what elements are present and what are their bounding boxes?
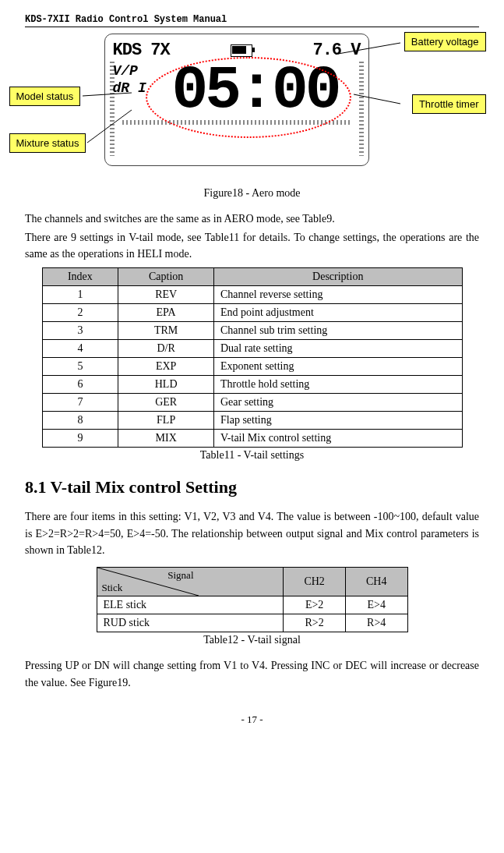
section-8-1-title: 8.1 V-tail Mix control Setting bbox=[25, 477, 479, 497]
table-cell: V-tail Mix control setting bbox=[214, 430, 463, 448]
table-cell: REV bbox=[118, 286, 214, 304]
table11: IndexCaptionDescription 1REVChannel reve… bbox=[42, 267, 463, 448]
table-cell: 3 bbox=[42, 322, 118, 340]
table-cell: HLD bbox=[118, 376, 214, 394]
table-cell: 2 bbox=[42, 304, 118, 322]
table-cell: Flap setting bbox=[214, 412, 463, 430]
table-cell: R>4 bbox=[345, 614, 407, 632]
table12: Signal Stick CH2 CH4 ELE stickE>2E>4RUD … bbox=[97, 567, 408, 632]
para-updn: Pressing UP or DN will change setting fr… bbox=[25, 657, 479, 691]
t11-header: Index bbox=[42, 268, 118, 286]
table-cell: EPA bbox=[118, 304, 214, 322]
t12-col-ch4: CH4 bbox=[345, 568, 407, 596]
table-cell: End point adjustment bbox=[214, 304, 463, 322]
diag-stick: Stick bbox=[102, 582, 123, 594]
table-row: RUD stickR>2R>4 bbox=[97, 614, 407, 632]
table-cell: FLP bbox=[118, 412, 214, 430]
page-header: KDS-7XII Radio Control System Manual bbox=[25, 14, 479, 27]
table-row: 2EPAEnd point adjustment bbox=[42, 304, 462, 322]
para-vtail-items: There are four items in this setting: V1… bbox=[25, 508, 479, 559]
table-cell: 4 bbox=[42, 340, 118, 358]
table-cell: GER bbox=[118, 394, 214, 412]
table-row: 8FLPFlap setting bbox=[42, 412, 462, 430]
table-cell: ELE stick bbox=[97, 596, 284, 614]
table-cell: 8 bbox=[42, 412, 118, 430]
table-cell: 1 bbox=[42, 286, 118, 304]
t11-header: Caption bbox=[118, 268, 214, 286]
diag-signal: Signal bbox=[167, 569, 193, 582]
table-cell: Channel reverse setting bbox=[214, 286, 463, 304]
table-row: 9MIXV-tail Mix control setting bbox=[42, 430, 462, 448]
figure18-caption: Figure18 - Aero mode bbox=[25, 187, 479, 200]
t11-header: Description bbox=[214, 268, 463, 286]
table-cell: RUD stick bbox=[97, 614, 284, 632]
table-row: 7GERGear setting bbox=[42, 394, 462, 412]
table-cell: D/R bbox=[118, 340, 214, 358]
lcd-label-vp: V/P bbox=[113, 63, 167, 80]
table-row: 1REVChannel reverse setting bbox=[42, 286, 462, 304]
table-cell: EXP bbox=[118, 358, 214, 376]
table-row: 4D/RDual rate setting bbox=[42, 340, 462, 358]
table-row: 5EXPExponent setting bbox=[42, 358, 462, 376]
table-cell: R>2 bbox=[284, 614, 346, 632]
table-cell: 5 bbox=[42, 358, 118, 376]
table11-caption: Table11 - V-tail settings bbox=[25, 449, 479, 462]
para-channels: The channels and switches are the same a… bbox=[25, 211, 479, 228]
table-row: 6HLDThrottle hold setting bbox=[42, 376, 462, 394]
table-cell: E>2 bbox=[284, 596, 346, 614]
page-footer: - 17 - bbox=[25, 713, 479, 726]
table-row: 3TRMChannel sub trim setting bbox=[42, 322, 462, 340]
table-cell: TRM bbox=[118, 322, 214, 340]
table-cell: MIX bbox=[118, 430, 214, 448]
table-cell: 6 bbox=[42, 376, 118, 394]
lcd-label-dri: dR I bbox=[113, 80, 167, 97]
lcd-brand: KDS 7X bbox=[113, 41, 170, 60]
callout-mixture: Mixture status bbox=[9, 133, 86, 153]
callout-model: Model status bbox=[9, 87, 81, 106]
table-cell: 7 bbox=[42, 394, 118, 412]
lcd-screen: KDS 7X 7.6 V V/P dR I 05:00 bbox=[104, 34, 369, 166]
table-cell: Dual rate setting bbox=[214, 340, 463, 358]
table-cell: 9 bbox=[42, 430, 118, 448]
table-cell: Exponent setting bbox=[214, 358, 463, 376]
lcd-time: 05:00 bbox=[172, 63, 339, 118]
table-row: ELE stickE>2E>4 bbox=[97, 596, 407, 614]
callout-throttle: Throttle timer bbox=[412, 94, 486, 114]
figure18-wrap: KDS 7X 7.6 V V/P dR I 05:00 Battery volt… bbox=[26, 32, 478, 184]
callout-battery: Battery voltage bbox=[404, 32, 486, 51]
table-cell: E>4 bbox=[345, 596, 407, 614]
para-9settings: There are 9 settings in V-tail mode, see… bbox=[25, 229, 479, 263]
battery-icon bbox=[231, 44, 252, 57]
table12-caption: Table12 - V-tail signal bbox=[25, 634, 479, 646]
table12-diag-cell: Signal Stick bbox=[97, 568, 199, 596]
t12-col-ch2: CH2 bbox=[284, 568, 346, 596]
table-cell: Throttle hold setting bbox=[214, 376, 463, 394]
table-cell: Gear setting bbox=[214, 394, 463, 412]
table-cell: Channel sub trim setting bbox=[214, 322, 463, 340]
